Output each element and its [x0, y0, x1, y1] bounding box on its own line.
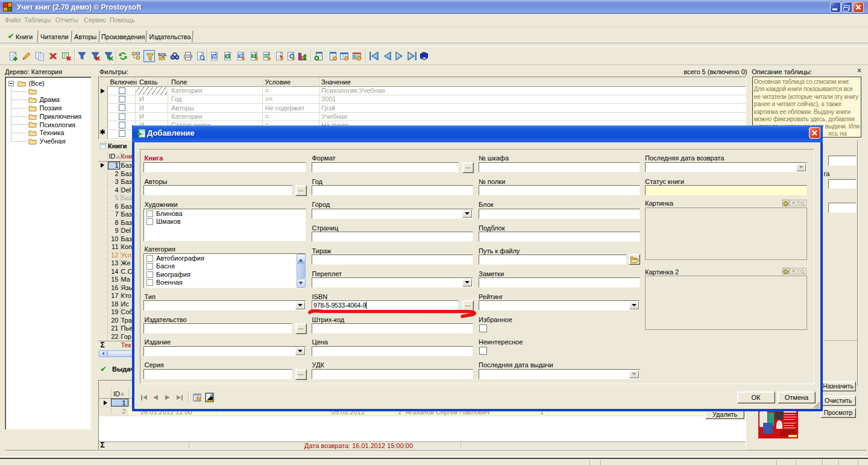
svg-text:X: X: [253, 54, 256, 58]
svg-text:X: X: [226, 54, 229, 59]
svg-text:W: W: [239, 54, 244, 58]
svg-text:CSV: CSV: [265, 54, 271, 58]
svg-text:SQL: SQL: [158, 52, 167, 57]
svg-text:W: W: [213, 54, 217, 59]
